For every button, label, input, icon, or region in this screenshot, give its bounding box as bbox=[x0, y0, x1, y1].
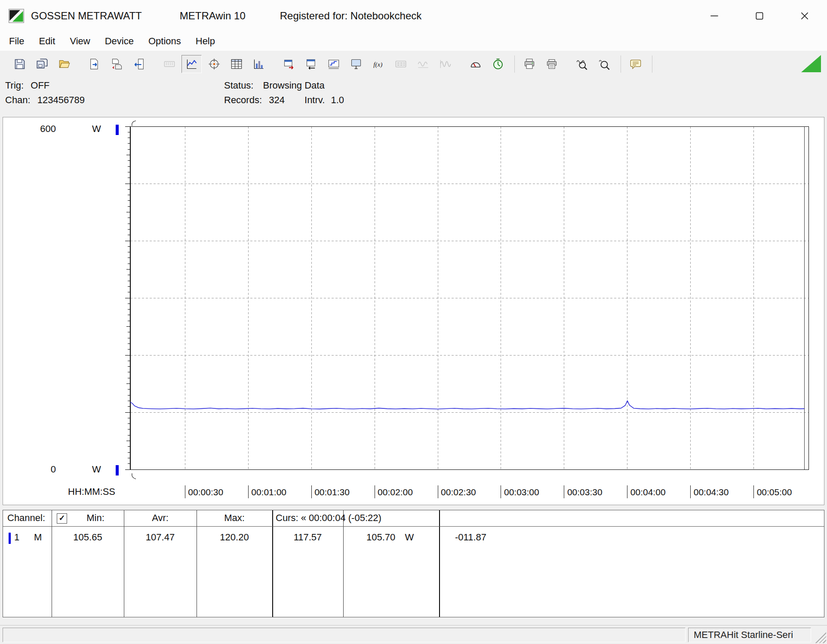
menu-device[interactable]: Device bbox=[98, 32, 141, 51]
window-settings-icon bbox=[305, 58, 318, 70]
save-button[interactable] bbox=[9, 55, 30, 73]
floppy-multi-icon bbox=[36, 58, 49, 70]
title-app-name: METRAwin 10 bbox=[180, 10, 246, 22]
status-value: Browsing Data bbox=[263, 80, 325, 91]
window-resize-grip[interactable] bbox=[813, 630, 826, 643]
menu-edit[interactable]: Edit bbox=[31, 32, 62, 51]
cursor-hook-bottom bbox=[132, 473, 136, 479]
x-tick-label: 00:00:30 bbox=[188, 487, 223, 497]
col-header-avr: Avr: bbox=[124, 512, 197, 524]
export-window-button[interactable] bbox=[279, 55, 299, 73]
export-report-button[interactable] bbox=[84, 55, 105, 73]
minimize-icon bbox=[709, 10, 720, 21]
formula-button[interactable] bbox=[368, 55, 388, 73]
channel-color-marker-top bbox=[116, 125, 119, 135]
records-label: Records: bbox=[224, 95, 262, 106]
y-axis-unit-bottom: W bbox=[92, 464, 101, 475]
print-button[interactable] bbox=[519, 55, 539, 73]
toolbar bbox=[0, 51, 827, 77]
zoom-window-icon bbox=[575, 58, 588, 70]
zoom-mode-button[interactable] bbox=[572, 55, 592, 73]
numeric-display-button bbox=[159, 55, 179, 73]
interval-label: Intrv. bbox=[304, 95, 325, 105]
chan-label: Chan: bbox=[5, 95, 31, 106]
x-tick-label: 00:04:00 bbox=[630, 487, 666, 497]
table-view-button[interactable] bbox=[226, 55, 246, 73]
title-bar: GOSSEN METRAWATT METRAwin 10 Registered … bbox=[0, 0, 827, 32]
menu-help[interactable]: Help bbox=[188, 32, 222, 51]
comment-button[interactable] bbox=[625, 55, 646, 73]
gauge-clock-button[interactable] bbox=[465, 55, 486, 73]
toolbar-separator bbox=[621, 55, 621, 73]
open-button[interactable] bbox=[54, 55, 74, 73]
value-cursor-a: 117.57 bbox=[272, 532, 343, 543]
channel-visibility-checkbox[interactable] bbox=[57, 513, 67, 524]
close-button[interactable] bbox=[782, 0, 827, 32]
toolbar-separator bbox=[652, 55, 652, 73]
maximize-button[interactable] bbox=[737, 0, 782, 32]
y-axis-max-label: 600 bbox=[13, 123, 56, 135]
meter-display-icon bbox=[394, 58, 407, 70]
import-file-button[interactable] bbox=[129, 55, 149, 73]
chan-value: 123456789 bbox=[37, 95, 85, 105]
channel-color-marker-bottom bbox=[116, 465, 119, 475]
x-tick-label: 00:03:00 bbox=[504, 487, 539, 497]
status-bar: METRAHit Starline-Seri bbox=[0, 625, 827, 644]
timer-record-button[interactable] bbox=[488, 55, 508, 73]
online-display-button[interactable] bbox=[346, 55, 366, 73]
channel-table: Channel: Min: Avr: Max: Curs: « 00:00:04… bbox=[3, 510, 824, 617]
toolbar-separator bbox=[514, 55, 515, 73]
page-export-icon bbox=[88, 58, 101, 70]
print-preview-button[interactable] bbox=[541, 55, 562, 73]
statusbar-message bbox=[3, 628, 686, 642]
x-axis-caption: HH:MM:SS bbox=[68, 486, 115, 497]
device-settings-button[interactable] bbox=[301, 55, 321, 73]
folder-open-icon bbox=[58, 58, 71, 70]
gauge-clock-icon bbox=[469, 58, 482, 70]
plot-area[interactable]: 00:00:3000:01:0000:01:3000:02:0000:02:30… bbox=[3, 117, 824, 505]
bar-graph-view-button[interactable] bbox=[249, 55, 269, 73]
table-grid-icon bbox=[230, 58, 243, 70]
records-value: 324 bbox=[269, 95, 285, 105]
value-min: 105.65 bbox=[52, 532, 124, 543]
app-logo-icon bbox=[9, 8, 24, 24]
x-tick-label: 00:01:00 bbox=[251, 487, 286, 497]
cursor-tool-button[interactable] bbox=[204, 55, 224, 73]
zoom-select-button[interactable] bbox=[594, 55, 614, 73]
wave-small-icon bbox=[417, 58, 430, 70]
crosshair-icon bbox=[208, 58, 221, 70]
chart-panel: 00:00:3000:01:0000:01:3000:02:0000:02:30… bbox=[3, 117, 824, 505]
col-header-cursor: Curs: « 00:00:04 (-05:22) bbox=[276, 512, 381, 524]
menu-view[interactable]: View bbox=[62, 32, 97, 51]
printer-setup-icon bbox=[545, 58, 558, 70]
channel-number: 1 bbox=[14, 532, 19, 543]
menu-options[interactable]: Options bbox=[141, 32, 188, 51]
status-label: Status: bbox=[224, 80, 253, 91]
line-chart-view-button[interactable] bbox=[181, 55, 202, 73]
value-delta: -011.87 bbox=[455, 532, 486, 543]
time-plot-button[interactable] bbox=[323, 55, 344, 73]
monitor-icon bbox=[350, 58, 363, 70]
cursor-b-unit: W bbox=[405, 532, 414, 543]
x-tick-label: 00:03:30 bbox=[567, 487, 603, 497]
col-header-max: Max: bbox=[197, 512, 272, 524]
table-header-divider bbox=[3, 526, 824, 527]
trig-value: OFF bbox=[31, 80, 49, 91]
y-axis-unit-top: W bbox=[92, 123, 101, 135]
meter-display-button bbox=[390, 55, 411, 73]
minimize-button[interactable] bbox=[692, 0, 737, 32]
value-max: 120.20 bbox=[197, 532, 272, 543]
zoom-arrow-icon bbox=[598, 58, 611, 70]
convert-file-button[interactable] bbox=[107, 55, 127, 73]
menu-file[interactable]: File bbox=[2, 32, 31, 51]
title-brand: GOSSEN METRAWATT bbox=[31, 10, 142, 22]
window-controls bbox=[692, 0, 827, 32]
save-data-button[interactable] bbox=[32, 55, 52, 73]
value-avr: 107.47 bbox=[124, 532, 197, 543]
y-axis-min-label: 0 bbox=[13, 464, 56, 475]
note-icon bbox=[629, 58, 642, 70]
power-trace bbox=[130, 401, 804, 409]
printer-icon bbox=[523, 58, 536, 70]
x-tick-label: 00:05:00 bbox=[757, 487, 792, 497]
cursor-hook-top bbox=[132, 121, 136, 126]
